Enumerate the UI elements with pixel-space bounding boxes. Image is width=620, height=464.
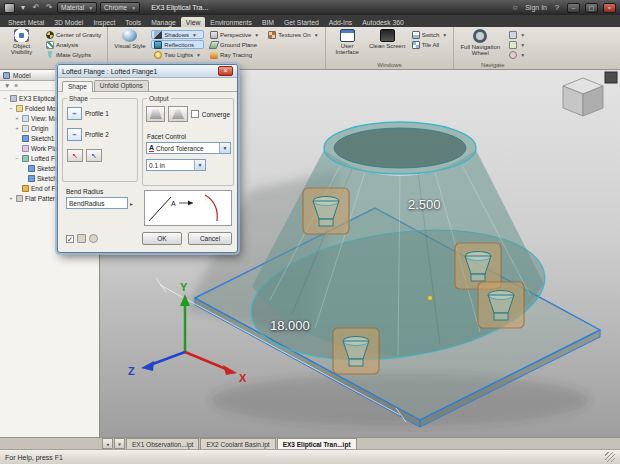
ribbon-tab-3d-model[interactable]: 3D Model [49, 17, 88, 27]
output-option-1-button[interactable] [146, 106, 165, 122]
select-arrow-blue-button[interactable]: ↖ [86, 149, 102, 162]
orbit-button[interactable]: ▼ [506, 50, 528, 59]
converge-checkbox[interactable] [191, 110, 199, 118]
appearance-dropdown[interactable]: Chrome ▼ [100, 2, 140, 13]
full-navigation-wheel-button[interactable]: Full Navigation Wheel [457, 28, 503, 60]
zoom-button[interactable]: ▼ [506, 40, 528, 49]
cancel-button[interactable]: Cancel [188, 232, 232, 245]
close-button[interactable]: × [603, 3, 616, 13]
corner-toggle-icon[interactable] [89, 234, 98, 243]
ribbon-tab-autodesk-360[interactable]: Autodesk 360 [357, 17, 409, 27]
ground-plane-button[interactable]: Ground Plane [207, 40, 262, 49]
collapse-icon[interactable]: − [14, 155, 20, 161]
clean-screen-button[interactable]: Clean Screen [369, 28, 406, 60]
converge-label: Converge [202, 111, 230, 118]
output-group: Output Converge Facet Control A Chord To… [142, 98, 234, 186]
output-option-2-button[interactable] [168, 106, 187, 122]
imate-glyphs-button[interactable]: iMate Glyphs [43, 50, 104, 59]
view-cube[interactable] [563, 78, 603, 116]
ray-tracing-button[interactable]: Ray Tracing [207, 50, 262, 59]
profile2-select-button[interactable]: ⌁ [67, 128, 82, 141]
viewport-corner-button[interactable] [605, 72, 617, 83]
lofted-flange-dialog: Lofted Flange : Lofted Flange1 × Shape U… [57, 64, 238, 253]
tile-all-button[interactable]: Tile All [409, 40, 451, 49]
bend-preview: A [144, 190, 232, 226]
ribbon-tab-bim[interactable]: BIM [257, 17, 279, 27]
shadows-button[interactable]: Shadows ▼ [151, 30, 204, 39]
ribbon-tab-get-started[interactable]: Get Started [279, 17, 324, 27]
visual-style-button[interactable]: Visual Style [111, 28, 148, 60]
switch-button[interactable]: Switch ▼ [409, 30, 451, 39]
collapse-icon[interactable]: − [8, 105, 14, 111]
flyout-arrow-icon[interactable]: ▸ [130, 200, 133, 207]
ribbon-tab-sheet-metal[interactable]: Sheet Metal [3, 17, 49, 27]
doc-tab-ex2[interactable]: EX2 Coolant Basin.ipt [200, 438, 275, 449]
ok-button[interactable]: OK [142, 232, 182, 245]
tab-scroll-left-button[interactable]: ◂ [102, 438, 113, 449]
bend-radius-field[interactable]: BendRadius [66, 197, 128, 209]
center-point-marker[interactable] [428, 296, 432, 300]
ribbon-group-windows: User Interface Clean Screen Switch ▼ Til… [326, 27, 455, 69]
visual-style-icon [122, 29, 137, 42]
ribbon-tab-view[interactable]: View [181, 17, 206, 27]
svg-text:A: A [171, 200, 176, 207]
search-icon[interactable]: ○ [510, 3, 520, 13]
dialog-close-button[interactable]: × [218, 66, 233, 76]
textures-on-button[interactable]: Textures On ▼ [265, 30, 321, 39]
center-of-gravity-button[interactable]: Center of Gravity [43, 30, 104, 39]
sign-in-link[interactable]: Sign In [525, 4, 547, 11]
expand-icon[interactable]: + [14, 125, 20, 131]
analysis-button[interactable]: Analysis [43, 40, 104, 49]
chevron-down-icon: ▼ [520, 32, 525, 38]
document-tab-bar: ◂ ▾ EX1 Observation...ipt EX2 Coolant Ba… [0, 437, 620, 449]
two-lights-button[interactable]: Two Lights ▼ [151, 50, 204, 59]
app-logo-icon[interactable] [4, 3, 15, 13]
facet-control-dropdown[interactable]: A Chord Tolerance ▼ [146, 142, 231, 154]
user-interface-button[interactable]: User Interface [329, 28, 366, 60]
browser-title: Model [13, 72, 31, 79]
ribbon-tab-manage[interactable]: Manage [146, 17, 181, 27]
select-arrow-red-button[interactable]: ↖ [67, 149, 83, 162]
dialog-title-bar[interactable]: Lofted Flange : Lofted Flange1 × [58, 65, 237, 78]
ribbon-tab-tools[interactable]: Tools [120, 17, 146, 27]
preview-checkbox[interactable]: ✓ [66, 235, 74, 243]
object-visibility-icon [14, 29, 29, 42]
imate-glyph[interactable] [333, 328, 379, 374]
tab-shape[interactable]: Shape [62, 81, 93, 92]
filter-icon[interactable]: ▼ [4, 82, 10, 89]
tab-list-button[interactable]: ▾ [114, 438, 125, 449]
help-icon[interactable]: ? [552, 3, 562, 13]
collapse-icon[interactable]: − [2, 95, 8, 101]
object-visibility-button[interactable]: Object Visibility [3, 28, 40, 60]
undo-icon[interactable]: ↶ [31, 3, 41, 13]
tab-unfold-options[interactable]: Unfold Options [94, 80, 149, 91]
pan-button[interactable]: ▼ [506, 30, 528, 39]
profile1-select-button[interactable]: ⌁ [67, 107, 82, 120]
tile-all-icon [412, 41, 420, 49]
navigation-wheel-icon [473, 29, 487, 43]
perspective-button[interactable]: Perspective ▼ [207, 30, 262, 39]
ribbon-group-appearance: Visual Style Shadows ▼ Reflections Two L… [108, 27, 325, 69]
ribbon-tab-add-ins[interactable]: Add-Ins [324, 17, 357, 27]
doc-tab-ex1[interactable]: EX1 Observation...ipt [126, 438, 199, 449]
material-dropdown[interactable]: Material ▼ [57, 2, 97, 13]
ribbon-tab-environments[interactable]: Environments [205, 17, 257, 27]
resize-grip[interactable] [605, 452, 615, 462]
expand-icon[interactable]: + [8, 195, 14, 201]
chevron-down-icon: ▼ [88, 5, 93, 11]
imate-glyph[interactable] [478, 282, 524, 328]
maximize-button[interactable]: ▢ [585, 3, 598, 13]
switch-windows-icon [412, 31, 420, 39]
facet-value-dropdown[interactable]: 0.1 in ▼ [146, 159, 206, 171]
save-icon[interactable]: ▾ [18, 3, 28, 13]
redo-icon[interactable]: ↷ [44, 3, 54, 13]
windows-group-label: Windows [326, 61, 454, 69]
ribbon-tab-inspect[interactable]: Inspect [88, 17, 120, 27]
doc-tab-ex3[interactable]: EX3 Eliptical Tran...ipt [277, 438, 357, 449]
flange-toggle-icon[interactable] [77, 234, 86, 243]
minimize-button[interactable]: – [567, 3, 580, 13]
imate-glyph[interactable] [303, 188, 349, 234]
expand-icon[interactable]: + [14, 115, 20, 121]
menu-icon[interactable]: ≡ [14, 82, 18, 89]
reflections-button[interactable]: Reflections [151, 40, 204, 49]
